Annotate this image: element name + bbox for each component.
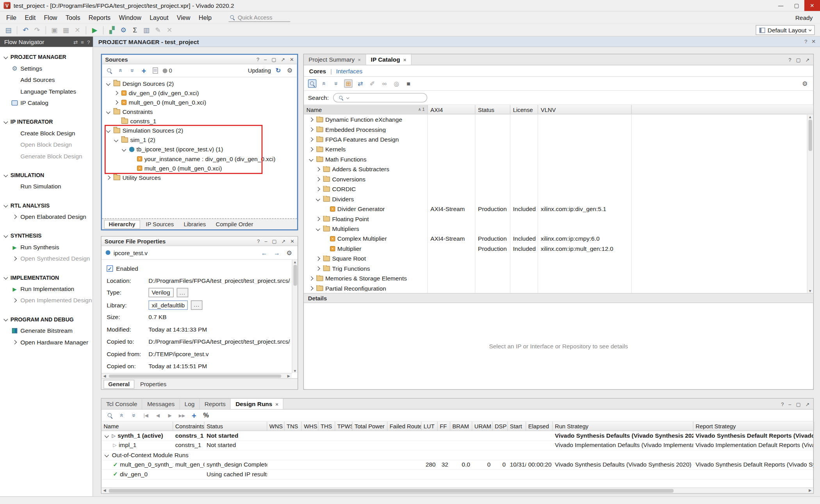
close-tab-icon[interactable]: × xyxy=(358,57,361,62)
ip-row-math-functions[interactable]: Math Functions xyxy=(304,154,813,164)
layout-selector[interactable]: Default Layout xyxy=(756,25,815,35)
delete-icon[interactable]: ✕ xyxy=(72,25,83,35)
settings-icon[interactable]: ⚙ xyxy=(285,248,293,257)
subtab-cores[interactable]: Cores xyxy=(309,67,326,74)
ip-search-input[interactable] xyxy=(333,93,427,102)
chevron-right-icon[interactable] xyxy=(316,217,320,221)
open-file-icon[interactable] xyxy=(151,66,159,75)
chevron-right-icon[interactable] xyxy=(114,91,118,95)
column-header-report-strategy[interactable]: Report Strategy xyxy=(693,422,814,431)
chevron-down-icon[interactable] xyxy=(4,119,8,124)
column-header-run-strategy[interactable]: Run Strategy xyxy=(553,422,693,431)
maximize-icon[interactable]: ↗ xyxy=(806,401,810,407)
horizontal-scrollbar[interactable]: ◀▶ xyxy=(102,373,292,378)
column-header-uram[interactable]: URAM xyxy=(472,422,492,431)
flow-item-language-templates[interactable]: Language Templates xyxy=(0,86,93,97)
flow-item-settings[interactable]: ⚙Settings xyxy=(0,63,93,74)
steps-icon[interactable]: ▞ xyxy=(107,25,117,35)
ip-row-partial-reconfiguration[interactable]: Partial Reconfiguration xyxy=(304,283,813,293)
column-header-failed-routes[interactable]: Failed Routes xyxy=(387,422,421,431)
float-icon[interactable]: ▢ xyxy=(796,57,800,62)
scroll-thumb[interactable] xyxy=(808,120,812,151)
chevron-down-icon[interactable] xyxy=(4,275,8,279)
settings-icon[interactable]: ⚙ xyxy=(800,80,809,88)
swap-icon[interactable]: ⇄ xyxy=(73,39,78,45)
percent-icon[interactable]: % xyxy=(202,411,210,419)
chevron-down-icon[interactable] xyxy=(122,147,126,151)
create-run-icon[interactable]: + xyxy=(190,411,198,419)
close-icon[interactable]: ✕ xyxy=(290,238,294,244)
chevron-right-icon[interactable] xyxy=(106,176,111,180)
chevron-down-icon[interactable] xyxy=(4,203,8,208)
launch-runs-icon[interactable]: ▶ xyxy=(166,411,174,419)
chevron-right-icon[interactable] xyxy=(309,117,313,121)
chevron-right-icon[interactable] xyxy=(309,147,313,151)
maximize-icon[interactable]: ↗ xyxy=(806,57,810,62)
tab-design-runs[interactable]: Design Runs× xyxy=(231,399,283,409)
ip-row-kernels[interactable]: Kernels xyxy=(304,144,813,154)
chevron-right-icon[interactable] xyxy=(309,276,313,280)
float-icon[interactable]: ▢ xyxy=(796,401,800,407)
tree-node-constraints[interactable]: Constraints xyxy=(102,107,297,117)
report-icon[interactable]: ▥ xyxy=(141,25,152,35)
ip-row-dividers[interactable]: Dividers xyxy=(304,194,813,204)
add-sources-icon[interactable]: + xyxy=(140,66,148,75)
chevron-down-icon[interactable] xyxy=(106,110,111,114)
refresh-icon[interactable]: ↻ xyxy=(274,66,282,75)
flow-section-implementation[interactable]: IMPLEMENTATION xyxy=(0,272,93,283)
flow-item-add-sources[interactable]: Add Sources xyxy=(0,74,93,85)
scroll-thumb[interactable] xyxy=(109,489,674,492)
tab-ip-sources[interactable]: IP Sources xyxy=(142,220,178,229)
tab-messages[interactable]: Messages xyxy=(143,399,180,409)
column-header-whs[interactable]: WHS xyxy=(302,422,319,431)
ip-row-conversions[interactable]: Conversions xyxy=(304,174,813,184)
tree-node-div-gen-0-div-gen-0-xci[interactable]: div_gen_0 (div_gen_0.xci) xyxy=(102,88,297,98)
scroll-up-icon[interactable]: ▲ xyxy=(808,115,812,119)
paste-icon[interactable]: ▦ xyxy=(61,25,71,35)
chevron-right-icon[interactable] xyxy=(316,256,320,261)
run-row-synth-1[interactable]: ▷synth_1 (active)constrs_1Not startedViv… xyxy=(102,431,813,441)
column-header-dsp[interactable]: DSP xyxy=(493,422,508,431)
column-header-tns[interactable]: TNS xyxy=(285,422,302,431)
chevron-down-icon[interactable] xyxy=(106,82,111,86)
more-button[interactable]: ... xyxy=(177,288,188,297)
library-input[interactable]: xil_defaultlib xyxy=(148,300,188,310)
flow-item-create-block-design[interactable]: Create Block Design xyxy=(0,128,93,139)
tree-node-design-sources-2[interactable]: Design Sources (2) xyxy=(102,79,297,88)
chevron-down-icon[interactable] xyxy=(4,55,8,59)
flow-item-open-synthesized-design[interactable]: Open Synthesized Design xyxy=(0,253,93,264)
column-header-start[interactable]: Start xyxy=(508,422,526,431)
scroll-left-icon[interactable]: ◀ xyxy=(102,374,108,378)
run-row-out-of-context-module-runs[interactable]: Out-of-Context Module Runs xyxy=(102,450,813,460)
ip-row-adders-subtracters[interactable]: Adders & Subtracters xyxy=(304,164,813,174)
collapse-all-icon[interactable]: « xyxy=(117,66,125,75)
taxonomy-icon[interactable]: ⇄ xyxy=(356,80,364,88)
ip-row-complex-multiplier[interactable]: Complex MultiplierAXI4-StreamProductionI… xyxy=(304,234,813,243)
column-header-tpws[interactable]: TPWS xyxy=(335,422,352,431)
expand-all-icon[interactable]: » xyxy=(332,80,340,88)
column-header-bram[interactable]: BRAM xyxy=(450,422,472,431)
column-header-lut[interactable]: LUT xyxy=(421,422,438,431)
flow-section-program-and-debug[interactable]: PROGRAM AND DEBUG xyxy=(0,314,93,325)
settings-icon[interactable]: ⚙ xyxy=(285,66,294,75)
forward-icon[interactable]: → xyxy=(273,248,281,257)
menu-layout[interactable]: Layout xyxy=(145,12,173,23)
flow-section-rtl-analysis[interactable]: RTL ANALYSIS xyxy=(0,200,93,211)
column-header-ff[interactable]: FF xyxy=(438,422,450,431)
chevron-down-icon[interactable] xyxy=(105,453,109,457)
ip-settings-icon[interactable]: ✐ xyxy=(368,80,376,88)
flow-item-open-hardware-manager[interactable]: Open Hardware Manager xyxy=(0,337,93,348)
search-icon[interactable] xyxy=(308,80,316,88)
ip-row-dynamic-function-exchange[interactable]: Dynamic Function eXchange xyxy=(304,114,813,124)
flow-item-run-synthesis[interactable]: ▶Run Synthesis xyxy=(0,241,93,253)
chevron-down-icon[interactable] xyxy=(114,138,118,142)
run-row-mult-gen-0-synth-1[interactable]: ✓mult_gen_0_synth_1mult_gen_0synth_desig… xyxy=(102,460,813,470)
scroll-right-icon[interactable]: ▶ xyxy=(807,488,813,493)
chevron-right-icon[interactable] xyxy=(12,340,17,344)
flow-item-generate-block-design[interactable]: Generate Block Design xyxy=(0,151,93,162)
menu-view[interactable]: View xyxy=(173,12,194,23)
tab-project-summary[interactable]: Project Summary× xyxy=(304,54,366,65)
column-header-status[interactable]: Status xyxy=(205,422,267,431)
save-icon[interactable]: ▤ xyxy=(3,25,14,35)
scroll-thumb[interactable] xyxy=(109,374,282,378)
